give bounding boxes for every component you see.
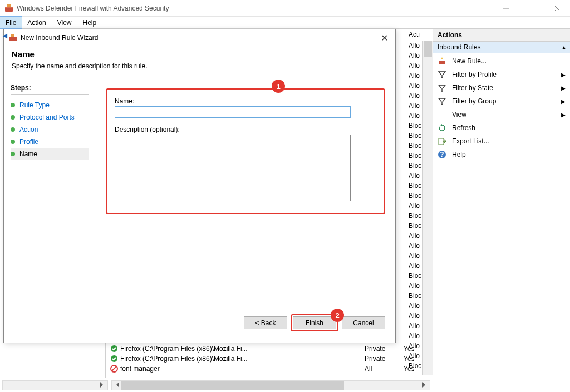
svg-marker-13: [439, 72, 445, 78]
rule-action-cell[interactable]: Bloc: [406, 141, 433, 151]
wizard-icon: [8, 33, 17, 42]
rule-action-cell[interactable]: Allo: [406, 241, 433, 251]
rule-action-cell[interactable]: Allo: [406, 281, 433, 291]
svg-rect-4: [529, 6, 534, 11]
window-title: Windows Defender Firewall with Advanced …: [17, 4, 493, 12]
description-input[interactable]: [115, 135, 351, 201]
step-rule-type[interactable]: Rule Type: [11, 99, 89, 111]
action-filter-by-profile[interactable]: Filter by Profile▶: [433, 68, 570, 81]
rule-action-cell[interactable]: Bloc: [406, 271, 433, 281]
rule-action-cell[interactable]: Allo: [406, 111, 433, 121]
wizard-subheading: Specify the name and description for thi…: [12, 62, 387, 70]
rule-action-cell[interactable]: Bloc: [406, 191, 433, 201]
cancel-button[interactable]: Cancel: [342, 316, 385, 329]
menu-help[interactable]: Help: [77, 17, 102, 28]
none-icon: [438, 110, 446, 119]
action-label: Help: [452, 151, 466, 158]
action-help[interactable]: ?Help: [433, 148, 570, 161]
rule-action-cell[interactable]: Allo: [406, 81, 433, 91]
bullet-icon: [11, 127, 15, 132]
step-profile[interactable]: Profile: [11, 136, 89, 148]
maximize-button[interactable]: [519, 0, 544, 16]
collapse-icon: ▴: [562, 43, 566, 51]
step-name[interactable]: Name: [11, 148, 89, 160]
wizard-close-button[interactable]: ✕: [375, 31, 393, 44]
rule-action-cell[interactable]: Allo: [406, 341, 433, 351]
action-label: Filter by Group: [452, 97, 496, 105]
window-titlebar: Windows Defender Firewall with Advanced …: [0, 0, 570, 17]
rule-action-cell[interactable]: Bloc: [406, 211, 433, 221]
step-protocol-and-ports[interactable]: Protocol and Ports: [11, 111, 89, 123]
rule-action-cell[interactable]: Allo: [406, 61, 433, 71]
menu-bar: File Action View Help: [0, 17, 570, 29]
rule-action-cell[interactable]: Allo: [406, 231, 433, 241]
rule-action-cell[interactable]: Bloc: [406, 121, 433, 131]
menu-file[interactable]: File: [0, 17, 22, 28]
action-label: Filter by State: [452, 84, 493, 92]
action-new-rule-[interactable]: New Rule...: [433, 54, 570, 68]
rule-action-cell[interactable]: Bloc: [406, 221, 433, 231]
back-button[interactable]: < Back: [244, 316, 287, 329]
actions-section-header[interactable]: Inbound Rules ▴: [433, 42, 570, 53]
action-export-list-[interactable]: Export List...: [433, 135, 570, 148]
step-label: Name: [19, 150, 37, 158]
rule-action-cell[interactable]: Bloc: [406, 131, 433, 141]
bullet-icon: [11, 103, 15, 107]
rule-action-cell[interactable]: Bloc: [406, 151, 433, 161]
back-nav-icon[interactable]: ◄: [1, 31, 9, 40]
action-filter-by-group[interactable]: Filter by Group▶: [433, 95, 570, 108]
new-rule-wizard: New Inbound Rule Wizard ✕ Name Specify t…: [3, 29, 396, 343]
rule-row[interactable]: Firefox (C:\Program Files (x86)\Mozilla …: [106, 344, 426, 354]
rule-action-cell[interactable]: Allo: [406, 71, 433, 81]
rule-action-cell[interactable]: Allo: [406, 261, 433, 271]
action-label: Filter by Profile: [452, 71, 497, 78]
name-input[interactable]: [115, 106, 351, 118]
close-button[interactable]: [544, 0, 570, 16]
rule-action-cell[interactable]: Allo: [406, 251, 433, 261]
grid-hscroll[interactable]: [111, 380, 430, 390]
scrollbar-thumb[interactable]: [424, 41, 432, 57]
rule-action-cell[interactable]: Allo: [406, 301, 433, 311]
rule-action-cell[interactable]: Allo: [406, 91, 433, 101]
bullet-icon: [11, 115, 15, 120]
rule-action-cell[interactable]: Bloc: [406, 361, 433, 371]
wizard-title: New Inbound Rule Wizard: [21, 34, 375, 42]
step-action[interactable]: Action: [11, 123, 89, 136]
rule-action-cell[interactable]: Allo: [406, 101, 433, 111]
action-view[interactable]: View▶: [433, 108, 570, 121]
finish-button[interactable]: Finish: [293, 316, 336, 329]
rule-action-cell[interactable]: Bloc: [406, 291, 433, 301]
rule-action-cell[interactable]: Allo: [406, 351, 433, 361]
rule-action-cell[interactable]: Allo: [406, 321, 433, 331]
action-label: View: [452, 111, 466, 118]
filter-icon: [438, 70, 446, 79]
help-icon: ?: [438, 150, 446, 159]
tree-hscroll[interactable]: [2, 380, 108, 390]
rule-profile: Private: [365, 345, 404, 353]
rule-action-cell[interactable]: Allo: [406, 201, 433, 211]
rule-action-cell[interactable]: Bloc: [406, 181, 433, 191]
minimize-button[interactable]: [493, 0, 519, 16]
rule-action-cell[interactable]: Allo: [406, 311, 433, 321]
bullet-icon: [11, 152, 15, 156]
menu-action[interactable]: Action: [22, 17, 51, 28]
wizard-heading: Name: [12, 49, 387, 59]
svg-marker-15: [439, 98, 445, 105]
rule-action-cell[interactable]: Bloc: [406, 161, 433, 171]
rule-action-cell[interactable]: Allo: [406, 331, 433, 341]
newrule-icon: [438, 57, 446, 66]
rule-action-cell[interactable]: Allo: [406, 171, 433, 181]
name-label: Name:: [115, 97, 376, 105]
svg-marker-16: [440, 124, 442, 126]
menu-view[interactable]: View: [52, 17, 77, 28]
action-filter-by-state[interactable]: Filter by State▶: [433, 81, 570, 95]
rule-row[interactable]: Firefox (C:\Program Files (x86)\Mozilla …: [106, 354, 426, 364]
action-label: New Rule...: [452, 57, 487, 65]
rule-row[interactable]: font managerAllYes: [106, 364, 426, 374]
rule-action-header[interactable]: Acti: [406, 29, 433, 41]
rule-name: font manager: [120, 365, 365, 373]
wizard-header: Name Specify the name and description fo…: [4, 46, 395, 78]
step-label: Protocol and Ports: [19, 113, 75, 121]
action-refresh[interactable]: Refresh: [433, 121, 570, 135]
block-icon: [110, 365, 118, 373]
